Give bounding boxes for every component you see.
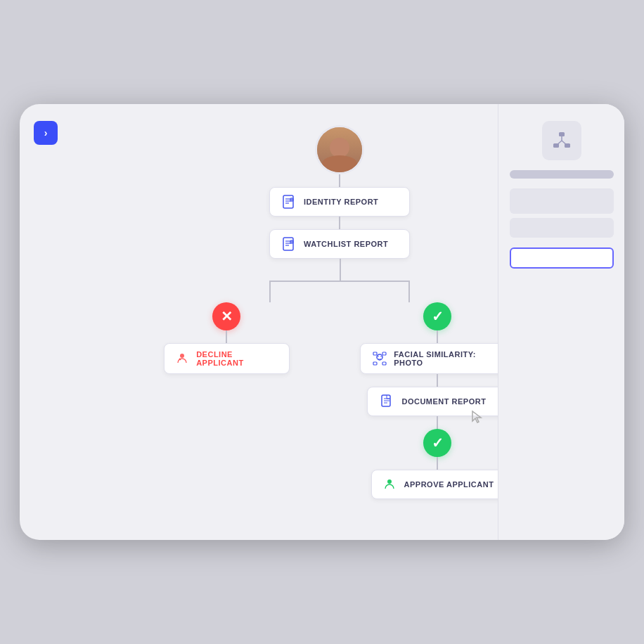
flow-diagram: IDENTITY REPORT WATCHLIST REPORT [164, 125, 515, 499]
connector-line [339, 174, 340, 187]
decline-label: DECLINE APPLICANT [196, 350, 279, 367]
watchlist-report-icon [281, 236, 297, 252]
identity-report-label: IDENTITY REPORT [304, 198, 378, 206]
two-column-section: ✕ DECLINE APPLICANT [164, 302, 515, 499]
watchlist-report-label: WATCHLIST REPORT [304, 240, 388, 248]
svg-point-14 [380, 356, 382, 357]
facial-similarity-node[interactable]: FACIAL SIMILARITY: PHOTO [360, 343, 515, 374]
document-report-label: DOCUMENT REPORT [401, 397, 486, 406]
avatar-image [317, 127, 362, 172]
svg-point-23 [387, 479, 392, 484]
identity-report-icon [281, 194, 297, 210]
svg-rect-24 [559, 132, 565, 136]
right-panel-blocks [510, 188, 614, 238]
approve-icon [382, 477, 397, 492]
connector-line [437, 330, 438, 343]
connector-line-right [408, 281, 410, 302]
sidebar-toggle-button[interactable]: › [34, 121, 58, 145]
left-branch: ✕ DECLINE APPLICANT [164, 302, 290, 374]
right-branch: ✓ [360, 302, 515, 499]
right-panel-bar [510, 170, 614, 179]
connector-line [437, 374, 438, 387]
avatar [315, 125, 364, 174]
svg-point-10 [180, 354, 184, 358]
x-icon: ✕ [221, 308, 233, 325]
connector-line [437, 457, 438, 470]
approve-indicator-bottom: ✓ [423, 429, 451, 457]
document-report-icon [379, 394, 394, 409]
network-diagram-button[interactable] [542, 121, 581, 160]
check-icon-bottom: ✓ [432, 434, 444, 451]
svg-rect-18 [382, 362, 386, 365]
check-icon-top: ✓ [432, 308, 444, 325]
svg-point-9 [290, 240, 294, 244]
approve-label: APPROVE APPLICANT [404, 480, 494, 489]
connector-line [339, 217, 340, 229]
network-icon [550, 129, 573, 152]
svg-rect-17 [373, 362, 377, 365]
right-panel [498, 104, 624, 540]
svg-point-13 [378, 356, 379, 357]
svg-rect-5 [283, 238, 293, 250]
device-frame: › IDE [20, 104, 624, 540]
connector-line [226, 330, 227, 343]
reject-indicator: ✕ [212, 302, 240, 330]
right-panel-input[interactable] [510, 247, 614, 269]
cursor-hint-icon [468, 408, 484, 427]
branch-horizontal-line [269, 281, 410, 282]
connector-line-left [269, 281, 271, 302]
document-report-node[interactable]: DOCUMENT REPORT [367, 387, 508, 416]
chevron-right-icon: › [44, 127, 48, 139]
approve-indicator-top: ✓ [423, 302, 451, 330]
connector-line [340, 259, 341, 281]
identity-report-node[interactable]: IDENTITY REPORT [269, 187, 410, 217]
decline-applicant-node[interactable]: DECLINE APPLICANT [164, 343, 290, 374]
facial-similarity-icon [372, 351, 387, 366]
watchlist-report-node[interactable]: WATCHLIST REPORT [269, 229, 410, 259]
svg-rect-16 [382, 352, 386, 355]
svg-point-4 [290, 198, 294, 202]
svg-rect-0 [283, 195, 293, 208]
right-panel-block-2 [510, 218, 614, 238]
decline-icon [174, 351, 189, 366]
right-panel-block-1 [510, 188, 614, 214]
branch-split-top [227, 259, 452, 281]
facial-similarity-label: FACIAL SIMILARITY: PHOTO [394, 350, 503, 367]
svg-rect-15 [373, 352, 377, 355]
connector-line [437, 416, 438, 429]
approve-applicant-node[interactable]: APPROVE APPLICANT [371, 470, 505, 499]
